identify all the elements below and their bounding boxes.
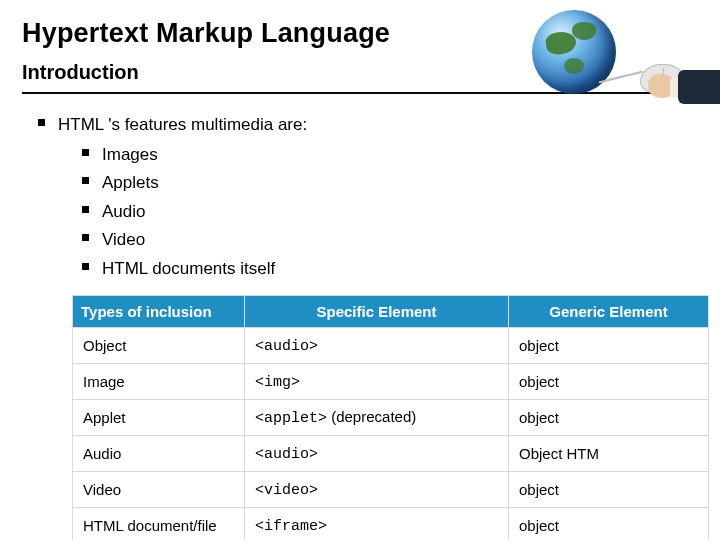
slide: Hypertext Markup Language Introduction H… (0, 0, 720, 540)
table-row: Object <audio> object (73, 328, 709, 364)
table-wrapper: Types of inclusion Specific Element Gene… (72, 295, 708, 540)
divider (22, 92, 698, 94)
cell-type: Object (73, 328, 245, 364)
cell-generic: object (509, 364, 709, 400)
list-item: Applets (80, 170, 698, 196)
sub-list: Images Applets Audio Video HTML document… (58, 142, 698, 282)
inclusion-table: Types of inclusion Specific Element Gene… (72, 295, 709, 540)
table-row: Image <img> object (73, 364, 709, 400)
bullet-list: HTML 's features multimedia are: Images … (36, 112, 698, 281)
content-area: HTML 's features multimedia are: Images … (22, 112, 698, 540)
list-item: HTML 's features multimedia are: Images … (36, 112, 698, 281)
cell-type: Video (73, 472, 245, 508)
cell-type: Image (73, 364, 245, 400)
cell-specific: <video> (245, 472, 509, 508)
list-item: HTML documents itself (80, 256, 698, 282)
cell-type: Applet (73, 400, 245, 436)
cell-specific: <applet> (deprecated) (245, 400, 509, 436)
list-item: Video (80, 227, 698, 253)
col-header-specific: Specific Element (245, 296, 509, 328)
cell-specific: <audio> (245, 436, 509, 472)
list-item: Audio (80, 199, 698, 225)
cell-specific: <audio> (245, 328, 509, 364)
table-row: Applet <applet> (deprecated) object (73, 400, 709, 436)
table-row: HTML document/file <iframe> object (73, 508, 709, 541)
page-title: Hypertext Markup Language (22, 18, 698, 49)
cell-generic: Object HTM (509, 436, 709, 472)
cell-type: HTML document/file (73, 508, 245, 541)
list-item: Images (80, 142, 698, 168)
table-header-row: Types of inclusion Specific Element Gene… (73, 296, 709, 328)
page-subtitle: Introduction (22, 61, 698, 84)
cell-generic: object (509, 472, 709, 508)
cell-generic: object (509, 508, 709, 541)
cell-generic: object (509, 400, 709, 436)
cell-specific: <iframe> (245, 508, 509, 541)
bullet-lead: HTML 's features multimedia are: (58, 115, 307, 134)
table-row: Audio <audio> Object HTM (73, 436, 709, 472)
cell-specific: <img> (245, 364, 509, 400)
col-header-types: Types of inclusion (73, 296, 245, 328)
cell-type: Audio (73, 436, 245, 472)
cell-generic: object (509, 328, 709, 364)
col-header-generic: Generic Element (509, 296, 709, 328)
table-row: Video <video> object (73, 472, 709, 508)
